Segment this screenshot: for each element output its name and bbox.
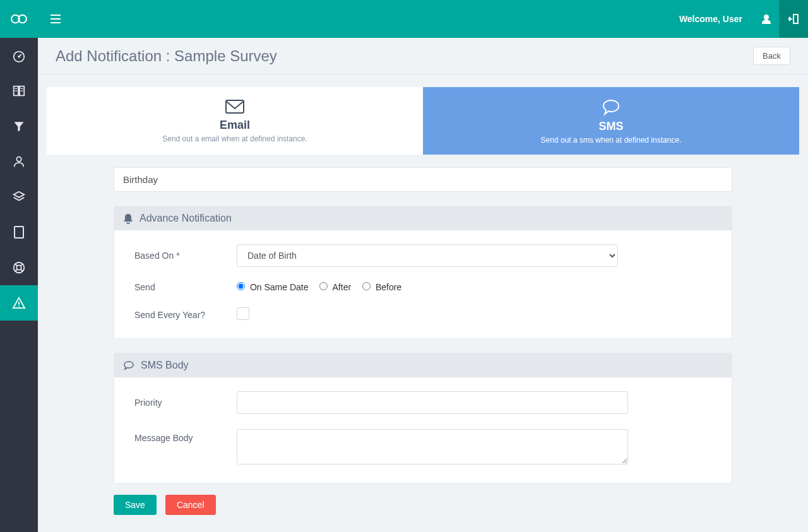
notification-title-input[interactable] bbox=[114, 167, 732, 192]
svg-line-19 bbox=[21, 264, 23, 266]
sidebar-item-users[interactable] bbox=[0, 144, 38, 179]
svg-line-21 bbox=[21, 269, 23, 272]
tablet-icon bbox=[14, 226, 24, 239]
page-title: Add Notification : Sample Survey bbox=[56, 47, 277, 65]
every-year-label: Send Every Year? bbox=[134, 310, 237, 320]
svg-point-5 bbox=[764, 15, 769, 20]
sidebar-item-surveys[interactable] bbox=[0, 73, 38, 109]
topbar-right: Welcome, User bbox=[668, 0, 808, 38]
tabs: Email Send out a email when at defined i… bbox=[47, 87, 799, 155]
panel-sms-body: SMS Body Priority Message Body bbox=[114, 353, 732, 483]
logout-button[interactable] bbox=[779, 0, 808, 38]
logout-icon bbox=[788, 14, 799, 24]
priority-input[interactable] bbox=[237, 391, 628, 414]
svg-rect-3 bbox=[50, 18, 61, 20]
svg-point-23 bbox=[18, 306, 20, 307]
tab-sms[interactable]: SMS Send out a sms when at defined insta… bbox=[423, 87, 799, 155]
message-body-textarea[interactable] bbox=[237, 429, 628, 464]
layers-icon bbox=[12, 190, 26, 204]
sidebar-item-device[interactable] bbox=[0, 215, 38, 250]
form-area: Advance Notification Based On * Date of … bbox=[47, 155, 799, 532]
welcome-text: Welcome, User bbox=[668, 0, 754, 38]
funnel-icon bbox=[13, 120, 25, 133]
sidebar-item-layers[interactable] bbox=[0, 179, 38, 215]
form-actions: Save Cancel bbox=[114, 495, 732, 515]
panel-sms-header: SMS Body bbox=[114, 353, 732, 377]
sidebar-item-dashboard[interactable] bbox=[0, 38, 38, 73]
user-icon bbox=[762, 14, 771, 24]
send-radio-group: On Same Date After Before bbox=[237, 282, 711, 292]
tab-email-title: Email bbox=[53, 119, 417, 132]
panel-advance-title: Advance Notification bbox=[140, 213, 232, 224]
svg-line-18 bbox=[15, 264, 18, 266]
radio-same-date-input[interactable] bbox=[237, 282, 245, 290]
every-year-checkbox[interactable] bbox=[237, 307, 249, 320]
based-on-label: Based On * bbox=[134, 251, 237, 261]
svg-rect-6 bbox=[793, 15, 798, 23]
panel-advance-header: Advance Notification bbox=[114, 206, 732, 230]
radio-before[interactable]: Before bbox=[362, 282, 401, 292]
radio-same-date[interactable]: On Same Date bbox=[237, 282, 311, 292]
svg-line-20 bbox=[15, 269, 18, 272]
send-label: Send bbox=[134, 282, 237, 292]
menu-toggle-button[interactable] bbox=[43, 15, 68, 23]
panel-sms-title: SMS Body bbox=[141, 360, 189, 371]
radio-after[interactable]: After bbox=[319, 282, 354, 292]
back-button[interactable]: Back bbox=[753, 47, 790, 65]
sidebar-item-filter[interactable] bbox=[0, 109, 38, 144]
save-button[interactable]: Save bbox=[114, 495, 157, 515]
content-box: Email Send out a email when at defined i… bbox=[47, 87, 799, 532]
message-body-label: Message Body bbox=[134, 429, 237, 443]
tab-email-subtitle: Send out a email when at defined instanc… bbox=[53, 134, 417, 143]
warning-icon bbox=[12, 297, 26, 309]
svg-rect-2 bbox=[50, 15, 61, 16]
main-content: Add Notification : Sample Survey Back Em… bbox=[38, 38, 808, 532]
tab-sms-title: SMS bbox=[429, 120, 793, 133]
logo-icon bbox=[10, 13, 28, 25]
based-on-select[interactable]: Date of Birth bbox=[237, 244, 618, 267]
svg-rect-4 bbox=[50, 22, 61, 23]
svg-point-9 bbox=[18, 56, 20, 58]
tab-email[interactable]: Email Send out a email when at defined i… bbox=[47, 87, 423, 155]
dashboard-icon bbox=[12, 49, 26, 62]
chat-small-icon bbox=[123, 360, 134, 370]
radio-after-input[interactable] bbox=[319, 282, 328, 290]
svg-rect-15 bbox=[15, 227, 23, 238]
envelope-icon bbox=[225, 98, 245, 115]
sidebar bbox=[0, 38, 38, 532]
page-header: Add Notification : Sample Survey Back bbox=[38, 38, 808, 74]
chat-icon bbox=[601, 98, 621, 116]
user-menu-button[interactable] bbox=[754, 0, 779, 38]
radio-before-input[interactable] bbox=[362, 282, 371, 290]
panel-advance-notification: Advance Notification Based On * Date of … bbox=[114, 206, 732, 339]
tab-sms-subtitle: Send out a sms when at defined instance. bbox=[429, 136, 793, 145]
logo-container bbox=[0, 13, 38, 25]
book-icon bbox=[12, 84, 26, 98]
svg-point-17 bbox=[16, 265, 21, 269]
lifebuoy-icon bbox=[12, 261, 26, 275]
sidebar-item-notifications[interactable] bbox=[0, 285, 38, 321]
person-icon bbox=[12, 155, 26, 168]
topbar: Welcome, User bbox=[0, 0, 808, 38]
priority-label: Priority bbox=[134, 398, 237, 408]
sidebar-item-settings[interactable] bbox=[0, 250, 38, 285]
bell-icon bbox=[123, 213, 133, 224]
svg-point-14 bbox=[16, 157, 21, 162]
svg-rect-24 bbox=[226, 100, 244, 113]
cancel-button[interactable]: Cancel bbox=[165, 495, 216, 515]
